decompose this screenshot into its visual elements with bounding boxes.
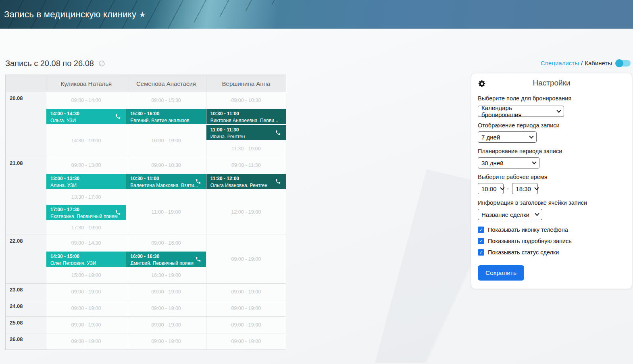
booking-field-label: Выберите поле для бронирования [478,95,625,102]
show-detailed-record-label: Показывать подробную запись [488,238,572,244]
toggle-knob [615,59,623,67]
phone-icon [275,130,281,136]
free-slot[interactable]: 09:00 - 13:00 [46,157,126,173]
chevron-down-icon [535,211,539,216]
appointment-time: 15:30 - 16:00 [130,111,202,116]
show-deal-status-checkbox-row[interactable]: ✓ Показывать статус сделки [478,249,625,256]
specialist-day-cell: 09:00 - 10:3010:30 - 11:00Виктория Андре… [206,92,286,157]
specialist-day-cell: 09:00 - 19:00 [206,300,286,316]
chevron-down-icon [532,160,536,164]
free-slot[interactable]: 09:00 - 10:30 [126,157,206,173]
free-slot[interactable]: 09:00 - 19:00 [126,333,206,349]
specialist-day-cell: 09:00 - 19:00 [206,284,286,300]
booking-field-select[interactable]: Календарь бронирования [478,106,564,117]
work-time-label: Выберите рабочее время [478,174,625,180]
free-slot[interactable]: 09:00 - 19:00 [46,284,126,300]
specialist-day-cell: 09:00 - 19:00 [206,317,286,333]
free-slot[interactable]: 09:00 - 19:00 [206,284,286,300]
settings-panel: Настройки Выберите поле для бронирования… [471,73,632,289]
gear-icon[interactable] [478,79,486,89]
free-slot[interactable]: 09:00 - 14:30 [46,235,126,251]
display-period-select[interactable]: 7 дней [478,131,537,143]
show-phone-icon-label: Показывать иконку телефона [488,227,568,233]
specialists-link[interactable]: Специалисты [541,60,579,67]
save-button[interactable]: Сохранить [478,265,524,281]
show-phone-icon-checkbox-row[interactable]: ✓ Показывать иконку телефона [478,227,625,233]
free-slot[interactable]: 09:00 - 19:00 [206,333,286,349]
appointment-cell[interactable]: 16:00 - 16:30Дмитрий. Первичный прием [126,252,206,267]
period-title: Запись с 20.08 по 26.08 [5,59,94,68]
chevron-down-icon [556,108,561,112]
free-slot[interactable]: 12:00 - 19:00 [206,189,286,235]
free-slot[interactable]: 09:00 - 19:00 [46,317,126,333]
appointment-time: 11:00 - 11:30 [210,127,282,133]
free-slot[interactable]: 11:00 - 19:00 [126,189,206,235]
appointment-cell[interactable]: 14:00 - 14:30Ольга. УЗИ [46,109,126,124]
specialist-day-cell: 09:00 - 13:0013:00 - 13:30Алина. УЗИ13:3… [46,157,126,235]
planning-period-select[interactable]: 30 дней [478,157,539,168]
show-detailed-record-checkbox-row[interactable]: ✓ Показывать подробную запись [478,238,625,244]
phone-icon [275,179,281,185]
specialist-day-cell: 09:00 - 16:0016:00 - 16:30Дмитрий. Перви… [126,235,206,283]
appointment-time: 14:00 - 14:30 [50,111,122,116]
free-slot[interactable]: 09:00 - 16:00 [126,235,206,251]
free-slot[interactable]: 09:00 - 19:00 [206,317,286,333]
chevron-down-icon [529,134,533,138]
free-slot[interactable]: 09:00 - 19:00 [46,300,126,316]
display-period-label: Отображение периода записи [478,122,625,129]
appointment-cell[interactable]: 15:30 - 16:00Евгений. Взятие анализов [126,109,206,124]
free-slot[interactable]: 17:30 - 19:00 [46,220,126,235]
free-slot[interactable]: 09:00 - 14:00 [46,92,126,108]
appointment-cell[interactable]: 11:00 - 11:30Ирина. Рентген [206,125,286,140]
planning-period-label: Планирование периода записи [478,148,625,154]
free-slot[interactable]: 09:00 - 19:00 [126,317,206,333]
appointment-cell[interactable]: 10:30 - 11:00Валентина Марковна. Взяти..… [126,174,206,189]
free-slot[interactable]: 09:00 - 19:00 [206,235,286,283]
specialist-day-cell: 09:00 - 11:3011:30 - 12:00Ольга Ивановна… [206,157,286,235]
calendar-date-row: 21.0809:00 - 13:0013:00 - 13:30Алина. УЗ… [6,157,286,235]
cell-header-info-select[interactable]: Название сделки [478,209,542,220]
calendar-header-row: Куликова НатальяСеменова АнастасияВершин… [6,75,286,92]
free-slot[interactable]: 09:00 - 19:00 [206,300,286,316]
appointment-cell[interactable]: 14:30 - 15:00Олег Петрович. УЗИ [46,252,126,267]
free-slot[interactable]: 15:00 - 19:00 [46,267,126,283]
appointment-cell[interactable]: 10:30 - 11:00Виктория Андреевна. Перви..… [206,109,286,124]
free-slot[interactable]: 09:00 - 19:00 [46,333,126,349]
appointment-cell[interactable]: 17:00 - 17:30Екатерина. Первичный прием [46,205,126,220]
appointment-title: Виктория Андреевна. Перви... [210,118,282,122]
free-slot[interactable]: 11:30 - 19:00 [206,141,286,157]
view-toggle[interactable] [616,60,631,67]
date-label: 23.08 [6,284,46,300]
page-title-text: Запись в медицинскую клинику [4,9,136,19]
checkbox-checked-icon[interactable]: ✓ [478,238,484,244]
view-switch: Специалисты / Кабинеты [541,60,631,67]
free-slot[interactable]: 09:00 - 10:30 [206,92,286,108]
refresh-icon[interactable] [98,60,106,67]
work-time-from-select[interactable]: 10:00 [478,183,504,194]
free-slot[interactable]: 09:00 - 19:00 [126,284,206,300]
switch-separator: / [581,60,583,67]
schedule-table: Куликова НатальяСеменова АнастасияВершин… [5,75,286,350]
free-slot[interactable]: 16:30 - 19:00 [126,267,206,283]
work-time-dash: - [507,185,509,192]
appointment-time: 16:00 - 16:30 [130,254,202,259]
appointment-cell[interactable]: 13:00 - 13:30Алина. УЗИ [46,174,126,189]
specialist-column-header: Куликова Наталья [46,75,126,92]
page: Запись в медицинскую клинику★ Запись с 2… [0,0,633,364]
checkbox-checked-icon[interactable]: ✓ [478,249,484,256]
appointment-cell[interactable]: 11:30 - 12:00Ольга Ивановна. Рентген [206,174,286,189]
page-title: Запись в медицинскую клинику★ [4,9,146,20]
date-label: 21.08 [6,157,46,235]
free-slot[interactable]: 09:00 - 15:30 [126,92,206,108]
date-label: 20.08 [6,92,46,157]
specialist-day-cell: 09:00 - 19:00 [46,317,126,333]
free-slot[interactable]: 09:00 - 19:00 [126,300,206,316]
free-slot[interactable]: 14:30 - 19:00 [46,125,126,157]
appointment-title: Ольга Ивановна. Рентген [210,183,282,187]
chevron-down-icon [500,185,504,190]
free-slot[interactable]: 16:00 - 19:00 [126,125,206,157]
free-slot[interactable]: 09:00 - 11:30 [206,157,286,173]
free-slot[interactable]: 13:30 - 17:00 [46,189,126,204]
work-time-to-select[interactable]: 18:30 [512,183,538,194]
checkbox-checked-icon[interactable]: ✓ [478,227,484,233]
